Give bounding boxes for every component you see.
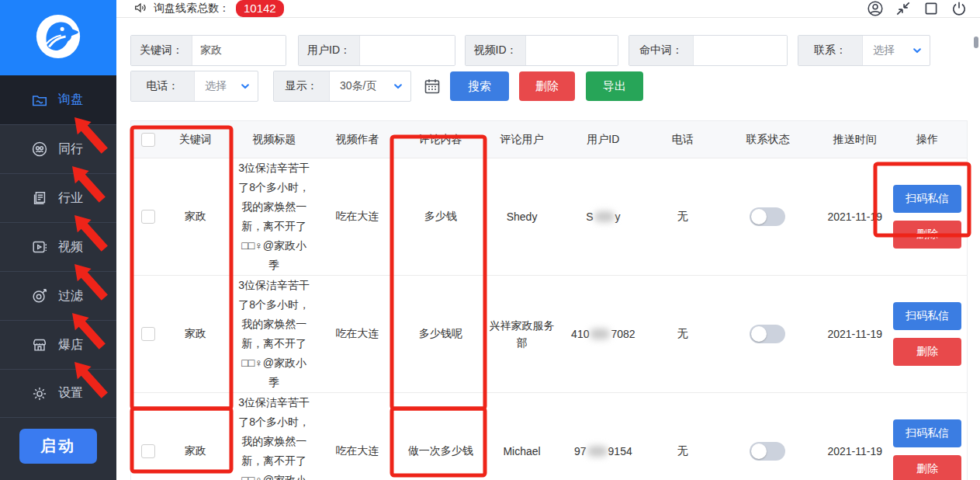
sidebar-item-label: 行业 [58, 190, 83, 207]
row-delete-button[interactable]: 删除 [893, 221, 961, 249]
scan-dm-button[interactable]: 扫码私信 [893, 419, 961, 447]
page-size-select[interactable]: 30条/页 [330, 71, 410, 101]
col-comment: 评论内容 [392, 121, 489, 158]
filter-row-1: 关键词： 用户ID： 视频ID： 命中词： 联系： 选择 [130, 35, 980, 66]
cell-user-id: 4107082 [555, 276, 652, 392]
scrollbar-thumb[interactable] [974, 37, 978, 48]
sidebar-item-label: 询盘 [58, 92, 83, 108]
cell-video-author: 吃在大连 [323, 158, 393, 275]
col-commenter: 评论用户 [489, 121, 555, 158]
contact-status-toggle[interactable] [750, 325, 785, 343]
phone-label: 电话： [131, 71, 195, 101]
phone-select[interactable]: 选择 [195, 71, 258, 101]
total-leads-label: 询盘线索总数： [154, 2, 230, 16]
contact-select[interactable]: 选择 [863, 36, 930, 65]
cell-push-time: 2021-11-19 [822, 393, 888, 480]
col-contact-status: 联系状态 [714, 121, 822, 158]
cell-phone: 无 [652, 393, 714, 480]
row-checkbox[interactable] [141, 444, 155, 458]
main-content: 询盘线索总数： 10142 关键词： 用户ID： [116, 0, 980, 480]
search-button[interactable]: 搜索 [450, 71, 509, 101]
video-id-input[interactable] [526, 36, 618, 65]
sidebar-item-filter[interactable]: 过滤 [0, 271, 116, 320]
filter-target-icon [31, 287, 48, 304]
delete-button[interactable]: 删除 [519, 71, 575, 101]
folder-wave-icon [31, 92, 48, 109]
cell-commenter: 兴祥家政服务部 [490, 317, 555, 351]
topbar: 询盘线索总数： 10142 [116, 0, 980, 18]
col-phone: 电话 [652, 121, 714, 158]
sidebar-item-label: 同行 [58, 141, 83, 158]
phone-filter: 电话： 选择 [130, 71, 258, 102]
cell-user-id: Sy [555, 158, 652, 275]
people-icon [31, 141, 48, 158]
cell-video-author: 吃在大连 [323, 276, 393, 392]
power-icon[interactable] [951, 0, 968, 17]
keyword-label: 关键词： [131, 36, 192, 65]
topbar-summary: 询盘线索总数： 10142 [133, 0, 284, 17]
cell-commenter: Michael [489, 393, 555, 480]
user-id-input[interactable] [360, 36, 455, 65]
row-delete-button[interactable]: 删除 [893, 338, 961, 366]
sidebar-item-label: 设置 [58, 385, 83, 402]
cell-comment: 多少钱 [392, 158, 489, 275]
row-checkbox[interactable] [141, 327, 155, 341]
scan-dm-button[interactable]: 扫码私信 [893, 302, 961, 330]
chevron-down-icon [240, 81, 251, 92]
censored-blur [590, 329, 610, 339]
row-delete-button[interactable]: 删除 [893, 455, 961, 480]
sidebar-item-hotstore[interactable]: 爆店 [0, 320, 116, 369]
user-icon[interactable] [867, 0, 884, 17]
cell-keyword: 家政 [165, 276, 226, 392]
cell-push-time: 2021-11-19 [822, 158, 888, 275]
keyword-input[interactable] [192, 36, 286, 65]
sidebar-item-label: 爆店 [58, 337, 83, 353]
sidebar: 询盘 同行 行业 视频 过滤 爆店 设置 启动 [0, 0, 116, 480]
sidebar-item-peers[interactable]: 同行 [0, 124, 116, 173]
filter-row-2: 电话： 选择 显示： 30条/页 搜索 删除 导出 [130, 71, 980, 102]
gear-icon [31, 385, 48, 402]
keyword-filter: 关键词： [130, 35, 286, 66]
sidebar-item-settings[interactable]: 设置 [0, 369, 116, 418]
contact-filter: 联系： 选择 [798, 35, 930, 66]
contact-status-toggle[interactable] [750, 442, 785, 461]
page-size-filter: 显示： 30条/页 [273, 71, 411, 102]
maximize-icon[interactable] [923, 0, 940, 17]
sidebar-item-industry[interactable]: 行业 [0, 173, 116, 222]
chevron-down-icon [912, 45, 923, 56]
compress-icon[interactable] [895, 0, 912, 17]
contact-label: 联系： [798, 36, 863, 65]
cell-push-time: 2021-11-19 [822, 276, 888, 392]
total-leads-badge: 10142 [236, 0, 284, 17]
hit-word-label: 命中词： [629, 36, 694, 65]
cell-video-title: 3位保洁辛苦干了8个多小时，我的家焕然一新，离不开了□□♀@家政小季 [237, 158, 310, 275]
contact-status-toggle[interactable] [750, 207, 785, 226]
hit-word-input[interactable] [694, 36, 787, 65]
scan-dm-button[interactable]: 扫码私信 [893, 185, 961, 213]
cell-phone: 无 [652, 158, 714, 275]
sidebar-item-video[interactable]: 视频 [0, 222, 116, 271]
sidebar-item-inquiry[interactable]: 询盘 [0, 75, 116, 124]
cell-comment: 做一次多少钱 [392, 393, 489, 480]
leads-table: 关键词 视频标题 视频作者 评论内容 评论用户 用户ID 电话 联系状态 推送时… [130, 120, 968, 480]
col-actions: 操作 [888, 121, 967, 158]
video-play-icon [31, 238, 48, 256]
sidebar-item-label: 过滤 [58, 288, 83, 304]
cell-video-title: 3位保洁辛苦干了8个多小时，我的家焕然一新，离不开了□□♀@家政小季 [237, 393, 310, 480]
page-size-label: 显示： [274, 71, 330, 101]
start-button[interactable]: 启动 [19, 429, 97, 464]
select-all-checkbox[interactable] [141, 133, 155, 147]
app-logo [0, 0, 116, 75]
storefront-icon [31, 336, 48, 353]
censored-blur [594, 211, 615, 222]
cell-keyword: 家政 [165, 158, 226, 275]
video-id-label: 视频ID： [466, 36, 526, 65]
calendar-icon[interactable] [422, 75, 442, 97]
col-push-time: 推送时间 [822, 121, 888, 158]
row-checkbox[interactable] [141, 210, 155, 224]
col-keyword: 关键词 [165, 121, 226, 158]
cell-keyword: 家政 [165, 393, 226, 480]
sidebar-item-label: 视频 [58, 239, 83, 256]
export-button[interactable]: 导出 [586, 71, 643, 101]
table-row: 家政 3位保洁辛苦干了8个多小时，我的家焕然一新，离不开了□□♀@家政小季 吃在… [131, 158, 967, 275]
